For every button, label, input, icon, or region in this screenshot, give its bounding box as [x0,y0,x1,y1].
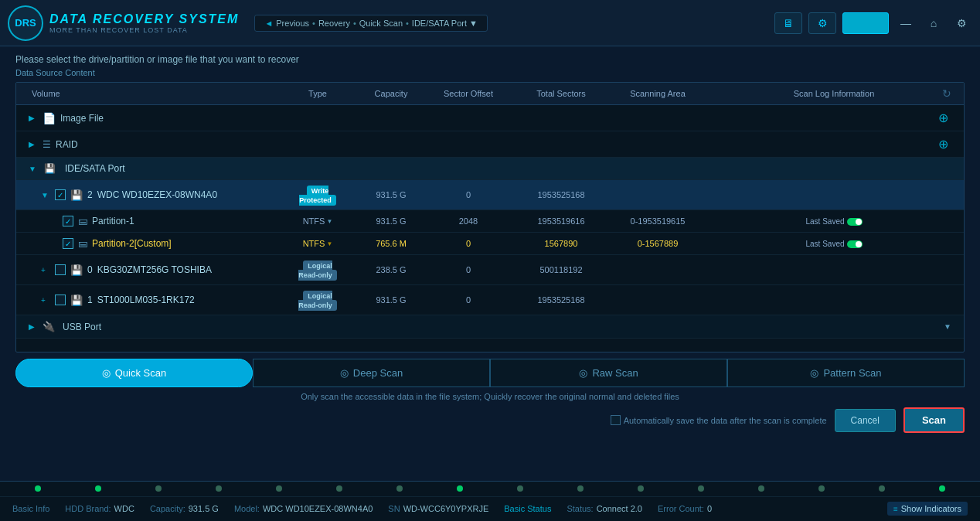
settings-button[interactable]: ⚙ [951,12,972,34]
refresh-icon[interactable]: ↻ [942,87,951,100]
connect-label: Status: [567,504,593,513]
drive3-expand[interactable]: + [41,296,50,305]
indicator-15 [879,485,885,492]
ide-icon: 💾 [44,163,56,174]
breadcrumb-item-2: Quick Scan [359,19,403,28]
drive1-num: 2 [87,189,93,200]
drive3-label[interactable]: + 💾 1 ST1000LM035-1RK172 [16,295,279,306]
drive2-row[interactable]: + 💾 0 KBG30ZMT256G TOSHIBA LogicalRead-o… [16,255,964,285]
drive2-offset: 0 [426,265,511,274]
drive2-name: KBG30ZMT256G TOSHIBA [97,264,212,275]
breadcrumb[interactable]: ◄ Previous • Reovery • Quick Scan • IDE/… [254,15,488,32]
partition2-row[interactable]: ✓ 🖴 Partition-2[Custom] NTFS ▼ 765.6 M 0… [16,233,964,255]
active-btn[interactable] [842,12,889,34]
partition1-row[interactable]: ✓ 🖴 Partition-1 NTFS ▼ 931.5 G 2048 1953… [16,210,964,233]
show-indicators-button[interactable]: ≡ Show Indicators [887,502,968,516]
auto-save-checkbox[interactable] [611,415,621,425]
drive1-checkbox[interactable]: ✓ [55,189,66,200]
status-text-row: Basic Info HDD Brand: WDC Capacity: 931.… [0,497,980,521]
indicator-10 [577,485,584,492]
basic-info-label: Basic Info [12,504,49,513]
col-total-sectors: Total Sectors [511,89,611,98]
drive3-badge: LogicalRead-only [298,291,337,311]
image-file-label[interactable]: ▶ 📄 Image File [16,112,279,124]
expand-icon[interactable]: ▶ [29,114,38,122]
drive2-expand[interactable]: + [41,266,50,274]
indicator-7 [396,485,403,492]
status-sn: SN WD-WCC6Y0YPXRJE [388,504,488,513]
partition1-type[interactable]: NTFS ▼ [279,216,356,226]
home-button[interactable]: ⌂ [923,12,944,34]
error-value: 0 [707,504,712,513]
partition2-type[interactable]: NTFS ▼ [279,239,356,248]
image-file-add[interactable]: ⊕ [704,111,964,125]
cancel-button[interactable]: Cancel [835,409,896,432]
drive1-row[interactable]: ▼ ✓ 💾 2 WDC WD10EZEX-08WN4A0 WriteProtec… [16,180,964,210]
partition1-toggle[interactable] [847,218,863,226]
quick-scan-icon: ◎ [102,367,111,379]
drive3-row[interactable]: + 💾 1 ST1000LM035-1RK172 LogicalRead-onl… [16,285,964,315]
table-header: Volume Type Capacity Sector Offset Total… [16,83,964,105]
drive1-expand[interactable]: ▼ [41,191,50,199]
partition2-toggle[interactable] [847,240,863,248]
drive2-checkbox[interactable] [55,264,66,275]
quick-scan-button[interactable]: ◎ Quick Scan [15,359,253,387]
scan-description: Only scan the accessible data in the fil… [15,392,965,401]
drive2-label[interactable]: + 💾 0 KBG30ZMT256G TOSHIBA [16,264,279,276]
drive2-total: 500118192 [511,265,611,274]
pattern-scan-button[interactable]: ◎ Pattern Scan [727,359,965,387]
header: DRS DATA RECOVERY SYSTEM MORE THAN RECOV… [0,0,980,46]
partition1-log: Last Saved [704,216,964,226]
indicator-12 [698,485,704,492]
indicator-11 [638,485,644,492]
indicator-2 [95,485,101,492]
sn-value: WD-WCC6Y0YPXRJE [403,504,489,513]
ide-collapse-icon[interactable]: ▼ [29,165,36,173]
scan-footer: Automatically save the data after the sc… [15,407,965,433]
usb-row[interactable]: ▶ 🔌 USB Port ▼ [16,315,964,339]
status-bar: Basic Info HDD Brand: WDC Capacity: 931.… [0,481,980,521]
partition1-offset: 2048 [426,216,511,226]
indicator-16 [939,485,945,492]
drive3-total: 1953525168 [511,295,611,305]
usb-label: USB Port [63,322,101,332]
raid-label[interactable]: ▶ ☰ RAID [16,139,279,150]
back-arrow[interactable]: ◄ [264,19,273,28]
drive3-icon: 💾 [70,295,83,306]
deep-scan-button[interactable]: ◎ Deep Scan [253,359,490,387]
raid-add[interactable]: ⊕ [704,137,964,152]
status-indicators [0,482,980,497]
raw-scan-button[interactable]: ◎ Raw Scan [490,359,727,387]
image-file-row[interactable]: ▶ 📄 Image File ⊕ [16,105,964,131]
connect-value: Connect 2.0 [597,504,642,513]
minimize-button[interactable]: — [895,12,917,34]
indicator-5 [276,485,282,492]
partition2-checkbox[interactable]: ✓ [63,238,73,249]
indicator-6 [336,485,342,492]
drive1-total: 1953525168 [511,190,611,199]
monitor-icon-btn[interactable]: 🖥 [774,12,802,34]
partition1-label[interactable]: ✓ 🖴 Partition-1 [16,216,279,226]
usb-expand-icon[interactable]: ▶ [29,322,35,331]
partition2-label[interactable]: ✓ 🖴 Partition-2[Custom] [16,238,279,249]
drive1-badge-cell: WriteProtected [279,186,356,204]
scan-button[interactable]: Scan [903,407,965,433]
ide-sata-row[interactable]: ▼ 💾 IDE/SATA Port [16,158,964,180]
drive3-checkbox[interactable] [55,295,66,305]
indicator-13 [758,485,764,492]
breadcrumb-item-3[interactable]: IDE/SATA Port ▼ [412,19,478,28]
partition1-checkbox[interactable]: ✓ [63,216,73,226]
col-volume: Volume [16,89,279,98]
breadcrumb-previous[interactable]: Previous [276,19,309,28]
drive1-label[interactable]: ▼ ✓ 💾 2 WDC WD10EZEX-08WN4A0 [16,189,279,201]
raid-expand-icon[interactable]: ▶ [29,140,38,148]
table-body: ▶ 📄 Image File ⊕ ▶ ☰ RAID [16,105,964,346]
tools-icon-btn[interactable]: ⚙ [808,12,836,34]
partition2-offset: 0 [426,239,511,248]
auto-save-label[interactable]: Automatically save the data after the sc… [611,415,827,425]
indicator-4 [216,485,222,492]
drive2-num: 0 [87,264,93,275]
partition2-name: Partition-2[Custom] [92,238,172,249]
raid-row[interactable]: ▶ ☰ RAID ⊕ [16,131,964,158]
section-title: Data Source Content [15,68,965,77]
